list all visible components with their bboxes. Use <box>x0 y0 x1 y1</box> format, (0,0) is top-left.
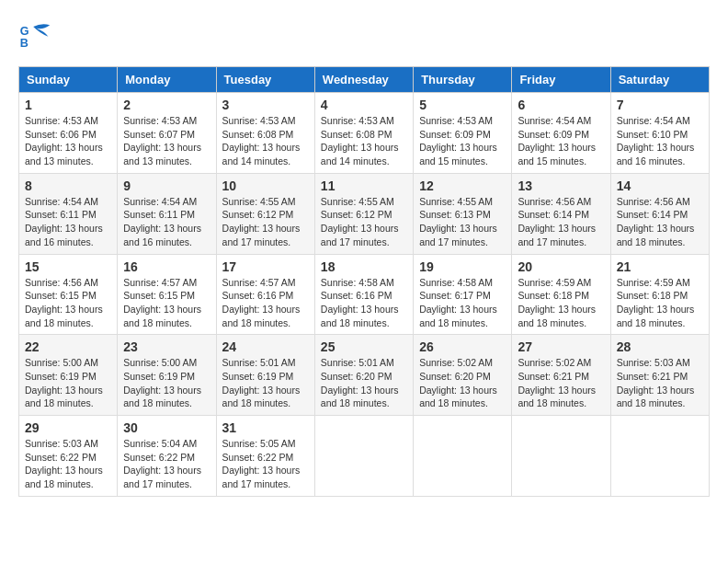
day-number: 4 <box>321 98 407 112</box>
day-info: Sunrise: 4:58 AM Sunset: 6:16 PM Dayligh… <box>321 276 407 330</box>
calendar-cell: 2 Sunrise: 4:53 AM Sunset: 6:07 PM Dayli… <box>118 93 216 174</box>
day-info: Sunrise: 4:54 AM Sunset: 6:11 PM Dayligh… <box>123 195 210 249</box>
calendar-table: SundayMondayTuesdayWednesdayThursdayFrid… <box>18 66 710 497</box>
day-number: 3 <box>222 98 309 112</box>
day-info: Sunrise: 4:53 AM Sunset: 6:07 PM Dayligh… <box>123 114 210 168</box>
calendar-cell: 15 Sunrise: 4:56 AM Sunset: 6:15 PM Dayl… <box>19 254 118 335</box>
day-info: Sunrise: 5:04 AM Sunset: 6:22 PM Dayligh… <box>123 437 210 491</box>
day-number: 18 <box>321 259 407 274</box>
calendar-cell: 3 Sunrise: 4:53 AM Sunset: 6:08 PM Dayli… <box>216 93 314 174</box>
calendar-week-row: 15 Sunrise: 4:56 AM Sunset: 6:15 PM Dayl… <box>19 254 710 335</box>
day-number: 8 <box>25 178 111 193</box>
day-info: Sunrise: 4:59 AM Sunset: 6:18 PM Dayligh… <box>518 276 604 330</box>
day-info: Sunrise: 5:01 AM Sunset: 6:20 PM Dayligh… <box>321 356 407 410</box>
day-number: 12 <box>419 178 506 193</box>
calendar-week-row: 29 Sunrise: 5:03 AM Sunset: 6:22 PM Dayl… <box>19 416 710 497</box>
day-number: 26 <box>419 339 506 354</box>
day-info: Sunrise: 5:00 AM Sunset: 6:19 PM Dayligh… <box>25 356 111 410</box>
day-number: 2 <box>123 98 210 112</box>
calendar-cell: 28 Sunrise: 5:03 AM Sunset: 6:21 PM Dayl… <box>610 335 709 416</box>
calendar-cell: 22 Sunrise: 5:00 AM Sunset: 6:19 PM Dayl… <box>19 335 118 416</box>
day-number: 7 <box>617 98 703 112</box>
day-number: 29 <box>25 420 111 435</box>
calendar-cell: 18 Sunrise: 4:58 AM Sunset: 6:16 PM Dayl… <box>314 254 413 335</box>
calendar-cell <box>512 416 610 497</box>
day-number: 31 <box>222 420 309 435</box>
day-number: 25 <box>321 339 407 354</box>
day-number: 9 <box>123 178 210 193</box>
day-info: Sunrise: 4:54 AM Sunset: 6:11 PM Dayligh… <box>25 195 111 249</box>
calendar-cell: 12 Sunrise: 4:55 AM Sunset: 6:13 PM Dayl… <box>414 173 512 254</box>
calendar-cell: 6 Sunrise: 4:54 AM Sunset: 6:09 PM Dayli… <box>512 93 610 174</box>
day-info: Sunrise: 5:02 AM Sunset: 6:20 PM Dayligh… <box>419 356 506 410</box>
day-header-wednesday: Wednesday <box>314 67 413 93</box>
calendar-cell: 26 Sunrise: 5:02 AM Sunset: 6:20 PM Dayl… <box>414 335 512 416</box>
day-header-friday: Friday <box>512 67 610 93</box>
day-header-saturday: Saturday <box>610 67 709 93</box>
calendar-header-row: SundayMondayTuesdayWednesdayThursdayFrid… <box>19 67 710 93</box>
day-number: 30 <box>123 420 210 435</box>
day-info: Sunrise: 5:02 AM Sunset: 6:21 PM Dayligh… <box>518 356 604 410</box>
calendar-week-row: 1 Sunrise: 4:53 AM Sunset: 6:06 PM Dayli… <box>19 93 710 174</box>
day-info: Sunrise: 5:01 AM Sunset: 6:19 PM Dayligh… <box>222 356 309 410</box>
calendar-cell <box>414 416 512 497</box>
day-header-tuesday: Tuesday <box>216 67 314 93</box>
calendar-cell: 30 Sunrise: 5:04 AM Sunset: 6:22 PM Dayl… <box>118 416 216 497</box>
calendar-cell: 1 Sunrise: 4:53 AM Sunset: 6:06 PM Dayli… <box>19 93 118 174</box>
day-number: 1 <box>25 98 111 112</box>
day-number: 10 <box>222 178 309 193</box>
day-info: Sunrise: 5:03 AM Sunset: 6:22 PM Dayligh… <box>25 437 111 491</box>
svg-text:B: B <box>20 37 28 50</box>
day-info: Sunrise: 4:55 AM Sunset: 6:12 PM Dayligh… <box>222 195 309 249</box>
logo: G B <box>18 18 57 52</box>
calendar-cell: 19 Sunrise: 4:58 AM Sunset: 6:17 PM Dayl… <box>414 254 512 335</box>
calendar-cell: 29 Sunrise: 5:03 AM Sunset: 6:22 PM Dayl… <box>19 416 118 497</box>
day-number: 28 <box>617 339 703 354</box>
calendar-cell: 21 Sunrise: 4:59 AM Sunset: 6:18 PM Dayl… <box>610 254 709 335</box>
calendar-cell: 17 Sunrise: 4:57 AM Sunset: 6:16 PM Dayl… <box>216 254 314 335</box>
calendar-cell: 20 Sunrise: 4:59 AM Sunset: 6:18 PM Dayl… <box>512 254 610 335</box>
day-info: Sunrise: 4:54 AM Sunset: 6:09 PM Dayligh… <box>518 114 604 168</box>
day-info: Sunrise: 4:56 AM Sunset: 6:14 PM Dayligh… <box>518 195 604 249</box>
day-info: Sunrise: 4:56 AM Sunset: 6:15 PM Dayligh… <box>25 276 111 330</box>
day-info: Sunrise: 4:53 AM Sunset: 6:09 PM Dayligh… <box>419 114 506 168</box>
calendar-cell: 11 Sunrise: 4:55 AM Sunset: 6:12 PM Dayl… <box>314 173 413 254</box>
calendar-cell: 14 Sunrise: 4:56 AM Sunset: 6:14 PM Dayl… <box>610 173 709 254</box>
calendar-week-row: 22 Sunrise: 5:00 AM Sunset: 6:19 PM Dayl… <box>19 335 710 416</box>
day-number: 23 <box>123 339 210 354</box>
day-number: 17 <box>222 259 309 274</box>
day-info: Sunrise: 5:00 AM Sunset: 6:19 PM Dayligh… <box>123 356 210 410</box>
day-info: Sunrise: 4:56 AM Sunset: 6:14 PM Dayligh… <box>617 195 703 249</box>
day-number: 22 <box>25 339 111 354</box>
day-number: 14 <box>617 178 703 193</box>
day-header-monday: Monday <box>118 67 216 93</box>
day-number: 16 <box>123 259 210 274</box>
calendar-cell <box>610 416 709 497</box>
calendar-cell: 10 Sunrise: 4:55 AM Sunset: 6:12 PM Dayl… <box>216 173 314 254</box>
day-info: Sunrise: 5:05 AM Sunset: 6:22 PM Dayligh… <box>222 437 309 491</box>
calendar-cell: 25 Sunrise: 5:01 AM Sunset: 6:20 PM Dayl… <box>314 335 413 416</box>
day-info: Sunrise: 4:57 AM Sunset: 6:16 PM Dayligh… <box>222 276 309 330</box>
calendar-cell: 31 Sunrise: 5:05 AM Sunset: 6:22 PM Dayl… <box>216 416 314 497</box>
day-info: Sunrise: 4:53 AM Sunset: 6:08 PM Dayligh… <box>222 114 309 168</box>
day-info: Sunrise: 4:53 AM Sunset: 6:08 PM Dayligh… <box>321 114 407 168</box>
day-number: 15 <box>25 259 111 274</box>
calendar-cell: 8 Sunrise: 4:54 AM Sunset: 6:11 PM Dayli… <box>19 173 118 254</box>
day-info: Sunrise: 5:03 AM Sunset: 6:21 PM Dayligh… <box>617 356 703 410</box>
day-number: 6 <box>518 98 604 112</box>
day-number: 19 <box>419 259 506 274</box>
day-header-thursday: Thursday <box>414 67 512 93</box>
calendar-cell: 24 Sunrise: 5:01 AM Sunset: 6:19 PM Dayl… <box>216 335 314 416</box>
day-number: 5 <box>419 98 506 112</box>
calendar-cell: 13 Sunrise: 4:56 AM Sunset: 6:14 PM Dayl… <box>512 173 610 254</box>
calendar-cell: 7 Sunrise: 4:54 AM Sunset: 6:10 PM Dayli… <box>610 93 709 174</box>
day-number: 13 <box>518 178 604 193</box>
day-number: 27 <box>518 339 604 354</box>
day-info: Sunrise: 4:55 AM Sunset: 6:12 PM Dayligh… <box>321 195 407 249</box>
day-info: Sunrise: 4:55 AM Sunset: 6:13 PM Dayligh… <box>419 195 506 249</box>
day-info: Sunrise: 4:57 AM Sunset: 6:15 PM Dayligh… <box>123 276 210 330</box>
day-number: 20 <box>518 259 604 274</box>
day-info: Sunrise: 4:54 AM Sunset: 6:10 PM Dayligh… <box>617 114 703 168</box>
page-header: G B <box>18 18 710 52</box>
day-number: 21 <box>617 259 703 274</box>
